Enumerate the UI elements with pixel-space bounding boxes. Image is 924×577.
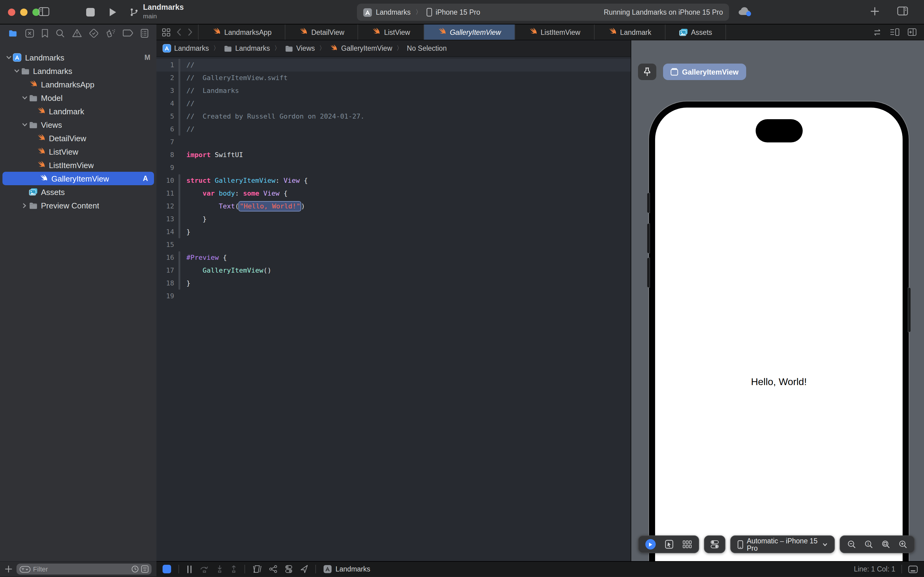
step-into-icon[interactable] — [216, 565, 223, 573]
breadcrumb-item[interactable]: No Selection — [407, 45, 447, 52]
variants-mode-button[interactable] — [683, 540, 692, 548]
code-line-2[interactable]: 2// GalleryItemView.swift — [156, 71, 631, 84]
running-target[interactable]: Landmarks — [323, 565, 370, 573]
code-line-19[interactable]: 19 — [156, 290, 631, 303]
scheme-selector[interactable]: Landmarks 〉 iPhone 15 Pro Running Landma… — [357, 4, 729, 21]
live-preview-button[interactable] — [646, 539, 656, 550]
project-navigator-navigator-icon[interactable] — [8, 29, 18, 37]
file-tree-item-listitemview[interactable]: ListItemView — [0, 158, 156, 172]
disclosure-down-icon[interactable] — [13, 69, 20, 73]
tab-assets[interactable]: Assets — [665, 24, 726, 40]
breadcrumb-item[interactable]: GalleryItemView — [330, 44, 392, 53]
zoom-in-icon[interactable] — [898, 540, 908, 549]
code-line-5[interactable]: 5// Created by Russell Gordon on 2024-01… — [156, 110, 631, 123]
tab-landmarksapp[interactable]: LandmarksApp — [198, 24, 286, 40]
add-editor-icon[interactable] — [908, 28, 917, 36]
disclosure-down-icon[interactable] — [21, 96, 28, 100]
file-tree-item-views[interactable]: Views — [0, 118, 156, 131]
toggle-navigator-icon[interactable] — [39, 7, 50, 16]
file-tree-item-landmarksapp[interactable]: LandmarksApp — [0, 77, 156, 91]
code-line-7[interactable]: 7 — [156, 136, 631, 148]
code-line-16[interactable]: 16#Preview { — [156, 251, 631, 264]
code-line-3[interactable]: 3// Landmarks — [156, 84, 631, 97]
breadcrumb-item[interactable]: Landmarks — [163, 44, 209, 53]
step-over-icon[interactable] — [200, 565, 209, 573]
disclosure-down-icon[interactable] — [21, 123, 28, 127]
pause-execution-icon[interactable] — [187, 565, 193, 573]
forward-button[interactable] — [188, 28, 193, 36]
file-tree-item-galleryitemview[interactable]: GalleryItemViewA — [2, 172, 154, 185]
breadcrumb-item[interactable]: Views — [285, 44, 315, 52]
toggle-inspector-icon[interactable] — [897, 6, 908, 16]
code-line-1[interactable]: 1// — [156, 59, 631, 71]
stop-button[interactable] — [86, 8, 95, 16]
device-selector[interactable]: Automatic – iPhone 15 Pro — [730, 535, 835, 553]
tab-detailview[interactable]: DetailView — [286, 24, 358, 40]
code-area[interactable]: 1//2// GalleryItemView.swift3// Landmark… — [156, 57, 631, 561]
swap-editor-icon[interactable] — [872, 28, 882, 36]
file-tree-item-landmark[interactable]: Landmark — [0, 105, 156, 118]
file-tree-item-preview-content[interactable]: Preview Content — [0, 199, 156, 212]
tab-listview[interactable]: ListView — [358, 24, 424, 40]
related-items-icon[interactable] — [162, 28, 171, 36]
file-tree-item-landmarks[interactable]: LandmarksM — [0, 51, 156, 64]
step-out-icon[interactable] — [230, 565, 237, 573]
breakpoints-toggle[interactable] — [163, 565, 171, 573]
toggle-debug-area-icon[interactable] — [908, 565, 918, 573]
minimize-window-button[interactable] — [20, 8, 27, 16]
selected-string-token[interactable]: "Hello, World!" — [239, 202, 301, 211]
breakpoints-navigator-icon[interactable] — [123, 29, 133, 37]
source-control-filter-icon[interactable] — [141, 566, 148, 573]
code-line-18[interactable]: 18} — [156, 277, 631, 290]
selectable-mode-button[interactable] — [665, 540, 673, 549]
cloud-status-icon[interactable] — [737, 5, 752, 16]
disclosure-down-icon[interactable] — [5, 56, 12, 59]
code-line-4[interactable]: 4// — [156, 97, 631, 110]
zoom-out-icon[interactable] — [847, 540, 856, 549]
file-tree-item-assets[interactable]: Assets — [0, 185, 156, 199]
add-tab-button[interactable] — [870, 7, 879, 16]
preview-name-button[interactable]: GalleryItemView — [663, 64, 746, 80]
recent-files-icon[interactable] — [131, 566, 139, 573]
simulate-location-icon[interactable] — [300, 565, 308, 573]
pin-preview-button[interactable] — [638, 64, 656, 80]
close-window-button[interactable] — [8, 8, 15, 16]
back-button[interactable] — [177, 28, 182, 36]
tab-galleryitemview[interactable]: GalleryItemView — [424, 24, 515, 40]
preview-screen[interactable]: Hello, World! — [655, 108, 903, 561]
device-settings-button[interactable] — [710, 540, 719, 549]
file-tree-item-detailview[interactable]: DetailView — [0, 131, 156, 145]
memory-graph-icon[interactable] — [269, 565, 277, 573]
environment-overrides-icon[interactable] — [285, 565, 293, 573]
tab-landmark[interactable]: Landmark — [594, 24, 665, 40]
code-line-6[interactable]: 6// — [156, 123, 631, 136]
code-line-13[interactable]: 13 } — [156, 213, 631, 226]
source-control-navigator-icon[interactable] — [25, 28, 34, 38]
code-line-9[interactable]: 9 — [156, 161, 631, 174]
file-tree-item-listview[interactable]: ListView — [0, 145, 156, 158]
code-line-11[interactable]: 11 var body: some View { — [156, 187, 631, 200]
view-hierarchy-icon[interactable] — [253, 565, 262, 573]
code-line-17[interactable]: 17 GalleryItemView() — [156, 264, 631, 277]
editor-options-icon[interactable] — [890, 28, 900, 36]
zoom-100-icon[interactable]: 1 — [864, 540, 873, 549]
code-line-15[interactable]: 15 — [156, 239, 631, 251]
tab-listitemview[interactable]: ListItemView — [515, 24, 594, 40]
debug-navigator-icon[interactable] — [106, 28, 116, 38]
file-tree-item-landmarks[interactable]: Landmarks — [0, 64, 156, 77]
run-button[interactable] — [108, 7, 118, 17]
tests-navigator-icon[interactable] — [89, 28, 98, 38]
filter-field[interactable]: Filter — [16, 564, 151, 575]
reports-navigator-icon[interactable] — [140, 28, 148, 38]
zoom-fit-icon[interactable] — [881, 540, 890, 549]
find-navigator-icon[interactable] — [56, 28, 65, 38]
add-file-button[interactable] — [5, 566, 12, 573]
code-line-14[interactable]: 14} — [156, 226, 631, 239]
disclosure-right-icon[interactable] — [21, 203, 28, 208]
hello-world-text[interactable]: Hello, World! — [655, 377, 903, 387]
code-line-8[interactable]: 8import SwiftUI — [156, 148, 631, 161]
breadcrumb-item[interactable]: Landmarks — [224, 44, 270, 52]
file-tree-item-model[interactable]: Model — [0, 91, 156, 105]
code-line-12[interactable]: 12 Text("Hello, World!") — [156, 200, 631, 213]
issues-navigator-icon[interactable] — [72, 29, 82, 37]
